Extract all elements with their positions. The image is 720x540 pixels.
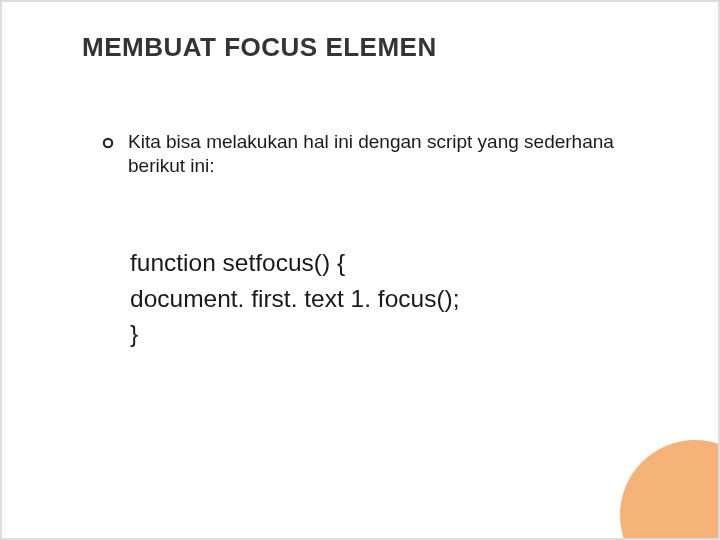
code-block: function setfocus() { document. first. t… <box>130 245 460 352</box>
bullet-item: Kita bisa melakukan hal ini dengan scrip… <box>102 130 628 179</box>
bullet-icon <box>102 135 114 153</box>
decorative-circle <box>620 440 718 538</box>
code-line-3: } <box>130 316 460 352</box>
code-line-2: document. first. text 1. focus(); <box>130 281 460 317</box>
bullet-text: Kita bisa melakukan hal ini dengan scrip… <box>128 130 628 179</box>
slide: MEMBUAT FOCUS ELEMEN Kita bisa melakukan… <box>2 2 718 538</box>
code-line-1: function setfocus() { <box>130 245 460 281</box>
svg-point-0 <box>104 139 112 147</box>
slide-title: MEMBUAT FOCUS ELEMEN <box>82 32 437 63</box>
body-text: Kita bisa melakukan hal ini dengan scrip… <box>102 130 628 179</box>
